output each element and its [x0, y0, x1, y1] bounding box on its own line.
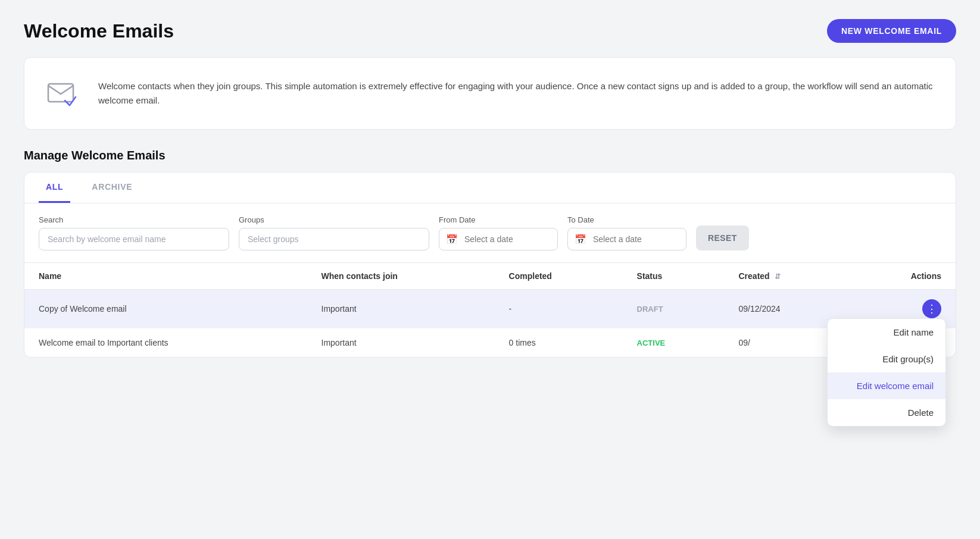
sort-icon: ⇵ [775, 272, 781, 281]
to-date-label: To Date [567, 215, 686, 224]
tab-all[interactable]: ALL [39, 173, 70, 203]
emails-table: Name When contacts join Completed Status… [24, 263, 956, 357]
cell-when: Important [307, 328, 495, 358]
groups-filter-group: Groups Select groups [239, 215, 429, 250]
from-date-wrapper: 📅 [439, 228, 558, 250]
status-badge: DRAFT [637, 305, 663, 314]
from-date-filter-group: From Date 📅 [439, 215, 558, 250]
envelope-icon [43, 74, 82, 112]
groups-label: Groups [239, 215, 429, 224]
status-badge: ACTIVE [637, 339, 666, 347]
tab-archive[interactable]: ARCHIVE [85, 173, 139, 203]
dropdown-item[interactable]: Edit group(s) [828, 346, 945, 372]
dropdown-menu: Edit nameEdit group(s)Edit welcome email… [827, 318, 946, 427]
search-label: Search [39, 215, 229, 224]
info-card: Welcome contacts when they join groups. … [24, 57, 956, 130]
dropdown-item[interactable]: Edit name [828, 319, 945, 346]
cell-status: DRAFT [623, 290, 725, 328]
cell-completed: 0 times [495, 328, 623, 358]
calendar-icon-from: 📅 [446, 234, 458, 245]
cell-name: Welcome email to Important clients [24, 328, 307, 358]
cell-status: ACTIVE [623, 328, 725, 358]
filters-bar: Search Groups Select groups From Date 📅 … [24, 203, 956, 263]
col-completed: Completed [495, 263, 623, 290]
groups-select[interactable]: Select groups [239, 228, 429, 250]
col-when: When contacts join [307, 263, 495, 290]
cell-when: Important [307, 290, 495, 328]
table-row: Welcome email to Important clients Impor… [24, 328, 956, 358]
from-date-label: From Date [439, 215, 558, 224]
dropdown-item[interactable]: Delete [828, 399, 945, 426]
manage-card: ALL ARCHIVE Search Groups Select groups … [24, 172, 956, 358]
manage-section-title: Manage Welcome Emails [24, 149, 956, 162]
reset-button[interactable]: RESET [696, 225, 749, 250]
info-text: Welcome contacts when they join groups. … [98, 79, 937, 108]
calendar-icon-to: 📅 [575, 234, 586, 245]
svg-rect-0 [48, 84, 73, 102]
to-date-filter-group: To Date 📅 [567, 215, 686, 250]
table-header-row: Name When contacts join Completed Status… [24, 263, 956, 290]
dropdown-item[interactable]: Edit welcome email [828, 372, 945, 399]
search-filter-group: Search [39, 215, 229, 250]
to-date-wrapper: 📅 [567, 228, 686, 250]
col-created: Created ⇵ [725, 263, 850, 290]
cell-completed: - [495, 290, 623, 328]
tabs-bar: ALL ARCHIVE [24, 173, 956, 203]
actions-cell: ⋮ Edit nameEdit group(s)Edit welcome ema… [850, 290, 956, 328]
new-welcome-email-button[interactable]: NEW WELCOME EMAIL [827, 19, 956, 43]
three-dots-button[interactable]: ⋮ [922, 299, 941, 318]
page-header: Welcome Emails NEW WELCOME EMAIL [24, 19, 956, 43]
cell-name: Copy of Welcome email [24, 290, 307, 328]
table-row: Copy of Welcome email Important - DRAFT … [24, 290, 956, 328]
col-name: Name [24, 263, 307, 290]
page-title: Welcome Emails [24, 20, 174, 42]
col-status: Status [623, 263, 725, 290]
col-actions: Actions [850, 263, 956, 290]
search-input[interactable] [39, 228, 229, 250]
